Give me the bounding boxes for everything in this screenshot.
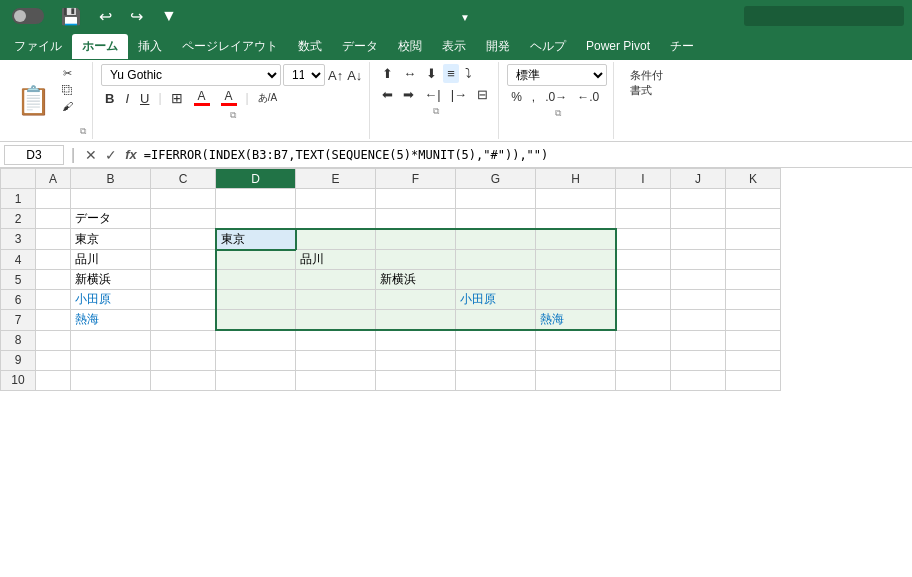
confirm-formula-button[interactable]: ✓	[102, 147, 120, 163]
cell-j2[interactable]	[671, 209, 726, 229]
cell-e10[interactable]	[296, 370, 376, 390]
cell-a5[interactable]	[36, 270, 71, 290]
cell-c5[interactable]	[151, 270, 216, 290]
comma-button[interactable]: ,	[528, 88, 539, 106]
alignment-expand-icon[interactable]: ⧉	[433, 106, 439, 117]
cell-ref-input[interactable]	[4, 145, 64, 165]
tab-view[interactable]: 表示	[432, 34, 476, 59]
cell-a2[interactable]	[36, 209, 71, 229]
cell-i8[interactable]	[616, 330, 671, 350]
cell-d7[interactable]	[216, 310, 296, 331]
align-middle-button[interactable]: ↔	[399, 64, 420, 83]
cell-j8[interactable]	[671, 330, 726, 350]
col-header-a[interactable]: A	[36, 169, 71, 189]
row-header-3[interactable]: 3	[1, 229, 36, 250]
cell-b4[interactable]: 品川	[71, 250, 151, 270]
clipboard-expand-icon[interactable]: ⧉	[80, 126, 86, 137]
tab-home[interactable]: ホーム	[72, 34, 128, 59]
cell-b9[interactable]	[71, 350, 151, 370]
cell-b1[interactable]	[71, 189, 151, 209]
row-header-8[interactable]: 8	[1, 330, 36, 350]
autosave-pill[interactable]	[12, 8, 44, 24]
formula-input[interactable]	[144, 148, 908, 162]
cell-f3[interactable]	[376, 229, 456, 250]
size-selector[interactable]: 11	[283, 64, 325, 86]
col-header-i[interactable]: I	[616, 169, 671, 189]
cell-b7[interactable]: 熱海	[71, 310, 151, 331]
font-expand-icon[interactable]: ⧉	[230, 110, 236, 121]
cell-a9[interactable]	[36, 350, 71, 370]
autosave-toggle[interactable]	[8, 8, 48, 24]
cell-i4[interactable]	[616, 250, 671, 270]
copy-button[interactable]: ⿻	[59, 83, 76, 97]
cell-j7[interactable]	[671, 310, 726, 331]
cell-f7[interactable]	[376, 310, 456, 331]
cell-i7[interactable]	[616, 310, 671, 331]
cell-g10[interactable]	[456, 370, 536, 390]
cell-f4[interactable]	[376, 250, 456, 270]
indent-increase-button[interactable]: |→	[447, 85, 471, 104]
cell-b10[interactable]	[71, 370, 151, 390]
cell-e7[interactable]	[296, 310, 376, 331]
format-painter-button[interactable]: 🖌	[59, 99, 76, 113]
undo-button[interactable]: ↩	[94, 5, 117, 28]
underline-button[interactable]: U	[136, 89, 153, 108]
cell-g5[interactable]	[456, 270, 536, 290]
col-header-g[interactable]: G	[456, 169, 536, 189]
cell-g1[interactable]	[456, 189, 536, 209]
cell-a10[interactable]	[36, 370, 71, 390]
cell-h5[interactable]	[536, 270, 616, 290]
cell-d4[interactable]	[216, 250, 296, 270]
cell-d10[interactable]	[216, 370, 296, 390]
cell-f2[interactable]	[376, 209, 456, 229]
cell-f8[interactable]	[376, 330, 456, 350]
cell-d2[interactable]	[216, 209, 296, 229]
decimal-decrease-button[interactable]: ←.0	[573, 88, 603, 106]
cell-k2[interactable]	[726, 209, 781, 229]
cell-d3[interactable]: 東京	[216, 229, 296, 250]
cell-h10[interactable]	[536, 370, 616, 390]
cell-e9[interactable]	[296, 350, 376, 370]
cell-e4[interactable]: 品川	[296, 250, 376, 270]
cell-c2[interactable]	[151, 209, 216, 229]
cell-k5[interactable]	[726, 270, 781, 290]
cell-k4[interactable]	[726, 250, 781, 270]
cell-i5[interactable]	[616, 270, 671, 290]
cell-a1[interactable]	[36, 189, 71, 209]
text-size-button[interactable]: あ/A	[254, 89, 281, 107]
indent-decrease-button[interactable]: ←|	[420, 85, 444, 104]
customize-button[interactable]: ▼	[156, 5, 182, 27]
cell-d1[interactable]	[216, 189, 296, 209]
cell-j10[interactable]	[671, 370, 726, 390]
tab-formulas[interactable]: 数式	[288, 34, 332, 59]
row-header-2[interactable]: 2	[1, 209, 36, 229]
cell-c4[interactable]	[151, 250, 216, 270]
cell-k7[interactable]	[726, 310, 781, 331]
cell-g6[interactable]: 小田原	[456, 290, 536, 310]
cell-c3[interactable]	[151, 229, 216, 250]
cell-k3[interactable]	[726, 229, 781, 250]
percent-button[interactable]: %	[507, 88, 526, 106]
number-format-selector[interactable]: 標準	[507, 64, 607, 86]
col-header-f[interactable]: F	[376, 169, 456, 189]
align-top-button[interactable]: ⬆	[378, 64, 397, 83]
tab-review[interactable]: 校閲	[388, 34, 432, 59]
tab-powerpivot[interactable]: Power Pivot	[576, 35, 660, 57]
increase-font-button[interactable]: A↑	[327, 67, 344, 84]
cell-e1[interactable]	[296, 189, 376, 209]
cell-g3[interactable]	[456, 229, 536, 250]
cell-a4[interactable]	[36, 250, 71, 270]
cell-b8[interactable]	[71, 330, 151, 350]
decrease-font-button[interactable]: A↓	[346, 67, 363, 84]
cell-d5[interactable]	[216, 270, 296, 290]
cell-h3[interactable]	[536, 229, 616, 250]
tab-insert[interactable]: 挿入	[128, 34, 172, 59]
cell-e8[interactable]	[296, 330, 376, 350]
cell-d9[interactable]	[216, 350, 296, 370]
col-header-h[interactable]: H	[536, 169, 616, 189]
cell-e2[interactable]	[296, 209, 376, 229]
cell-i10[interactable]	[616, 370, 671, 390]
cell-k1[interactable]	[726, 189, 781, 209]
cell-j3[interactable]	[671, 229, 726, 250]
cell-i2[interactable]	[616, 209, 671, 229]
